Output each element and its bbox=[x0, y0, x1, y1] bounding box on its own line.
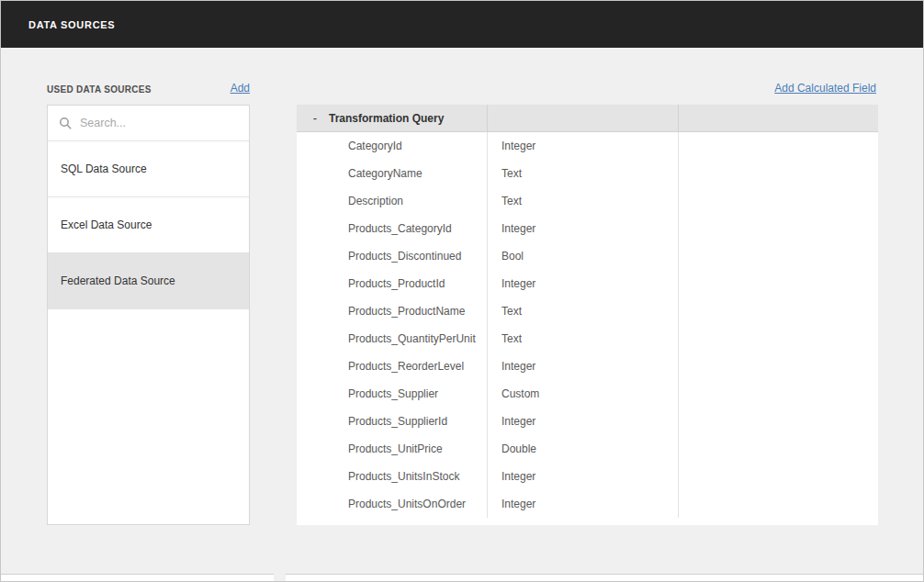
used-data-sources-label: USED DATA SOURCES bbox=[47, 84, 152, 95]
add-data-source-link[interactable]: Add bbox=[231, 82, 250, 95]
table-row[interactable]: Products_UnitPrice Double bbox=[297, 435, 878, 463]
field-name: Products_Discontinued bbox=[297, 242, 488, 270]
field-empty-cell bbox=[679, 132, 878, 160]
used-data-sources-header: USED DATA SOURCES Add bbox=[47, 82, 250, 95]
table-row[interactable]: Products_Supplier Custom bbox=[297, 380, 878, 408]
bottom-panel-right bbox=[286, 574, 923, 581]
fields-table: - Transformation Query CategoryId Intege… bbox=[297, 105, 878, 525]
table-row[interactable]: Products_ReorderLevel Integer bbox=[297, 353, 878, 380]
table-row[interactable]: Products_QuantityPerUnit Text bbox=[297, 325, 878, 353]
field-empty-cell bbox=[679, 463, 878, 490]
field-empty-cell bbox=[679, 270, 878, 297]
field-type: Double bbox=[488, 435, 679, 463]
field-type: Integer bbox=[488, 132, 679, 160]
search-icon bbox=[59, 117, 73, 130]
field-name: Products_ReorderLevel bbox=[297, 353, 488, 380]
table-header-cell-type bbox=[488, 105, 679, 131]
field-type: Integer bbox=[488, 408, 679, 435]
table-header-cell-extra bbox=[679, 105, 878, 131]
field-type: Text bbox=[488, 325, 679, 353]
table-row[interactable]: CategoryName Text bbox=[297, 160, 878, 187]
table-header-title: Transformation Query bbox=[329, 112, 444, 125]
field-type: Integer bbox=[488, 463, 679, 490]
field-name: Products_ProductId bbox=[297, 270, 488, 297]
list-item-label: Excel Data Source bbox=[61, 218, 152, 231]
table-header-row[interactable]: - Transformation Query bbox=[297, 105, 878, 132]
field-empty-cell bbox=[679, 353, 878, 380]
field-empty-cell bbox=[679, 490, 878, 518]
field-name: CategoryId bbox=[297, 132, 488, 160]
field-name: Products_UnitsOnOrder bbox=[297, 490, 488, 518]
list-item-label: Federated Data Source bbox=[61, 274, 175, 287]
field-name: Products_QuantityPerUnit bbox=[297, 325, 488, 353]
field-empty-cell bbox=[679, 435, 878, 463]
field-name: Products_UnitsInStock bbox=[297, 463, 488, 490]
table-row[interactable]: CategoryId Integer bbox=[297, 132, 878, 160]
field-name: Products_CategoryId bbox=[297, 215, 488, 242]
field-type: Integer bbox=[488, 490, 679, 518]
table-row[interactable]: Products_SupplierId Integer bbox=[297, 408, 878, 435]
list-item-excel-data-source[interactable]: Excel Data Source bbox=[48, 197, 249, 253]
field-type: Integer bbox=[488, 270, 679, 297]
field-name: Products_ProductName bbox=[297, 297, 488, 325]
table-row[interactable]: Products_UnitsInStock Integer bbox=[297, 463, 878, 490]
field-empty-cell bbox=[679, 242, 878, 270]
field-name: Description bbox=[297, 187, 488, 215]
field-name: Products_Supplier bbox=[297, 380, 488, 408]
data-sources-panel: SQL Data Source Excel Data Source Federa… bbox=[47, 105, 250, 525]
table-row[interactable]: Products_ProductName Text bbox=[297, 297, 878, 325]
page-title: DATA SOURCES bbox=[28, 19, 115, 30]
field-name: CategoryName bbox=[297, 160, 488, 187]
field-type: Text bbox=[488, 297, 679, 325]
field-empty-cell bbox=[679, 325, 878, 353]
field-empty-cell bbox=[679, 408, 878, 435]
field-rows: CategoryId Integer CategoryName Text Des… bbox=[297, 132, 878, 518]
field-type: Bool bbox=[488, 242, 679, 270]
field-name: Products_SupplierId bbox=[297, 408, 488, 435]
bottom-panel-left bbox=[1, 574, 274, 581]
add-calculated-field-link[interactable]: Add Calculated Field bbox=[774, 82, 876, 95]
content-area: USED DATA SOURCES Add SQL Data Source Ex… bbox=[1, 48, 923, 581]
list-item-label: SQL Data Source bbox=[61, 162, 147, 175]
list-item-federated-data-source[interactable]: Federated Data Source bbox=[48, 253, 249, 309]
table-header-cell-query: - Transformation Query bbox=[297, 105, 488, 131]
field-name: Products_UnitPrice bbox=[297, 435, 488, 463]
field-type: Integer bbox=[488, 215, 679, 242]
field-type: Custom bbox=[488, 380, 679, 408]
table-row[interactable]: Products_UnitsOnOrder Integer bbox=[297, 490, 878, 518]
table-row[interactable]: Products_Discontinued Bool bbox=[297, 242, 878, 270]
titlebar: DATA SOURCES bbox=[1, 1, 923, 48]
collapse-minus-icon[interactable]: - bbox=[310, 111, 320, 125]
field-empty-cell bbox=[679, 160, 878, 187]
search-box[interactable] bbox=[48, 106, 249, 141]
list-item-sql-data-source[interactable]: SQL Data Source bbox=[48, 141, 249, 197]
field-empty-cell bbox=[679, 380, 878, 408]
field-type: Text bbox=[488, 187, 679, 215]
field-type: Integer bbox=[488, 353, 679, 380]
field-empty-cell bbox=[679, 215, 878, 242]
field-type: Text bbox=[488, 160, 679, 187]
field-empty-cell bbox=[679, 187, 878, 215]
search-input[interactable] bbox=[80, 117, 238, 129]
app-window: DATA SOURCES USED DATA SOURCES Add SQL D… bbox=[0, 0, 924, 582]
field-empty-cell bbox=[679, 297, 878, 325]
table-row[interactable]: Products_ProductId Integer bbox=[297, 270, 878, 297]
table-row[interactable]: Products_CategoryId Integer bbox=[297, 215, 878, 242]
table-row[interactable]: Description Text bbox=[297, 187, 878, 215]
